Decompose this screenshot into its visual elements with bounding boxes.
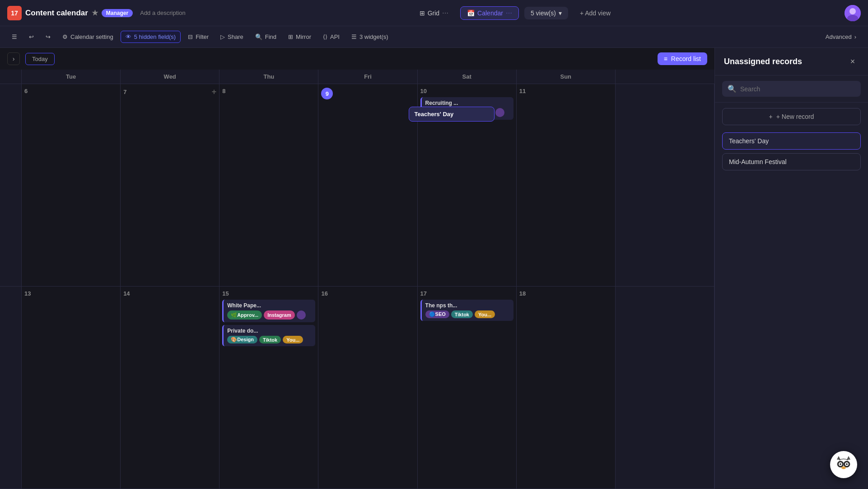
advanced-button[interactable]: Advanced › <box>821 31 861 42</box>
app-title-group: 17 Content calendar ★ Manager <box>7 6 133 20</box>
chevron-right-icon: › <box>854 33 856 40</box>
redo-icon: ↪ <box>46 33 51 40</box>
app-title: Content calendar <box>25 9 88 18</box>
day-header-fri: Fri <box>318 70 417 84</box>
sidebar-toggle-button[interactable]: ☰ <box>7 31 22 42</box>
mirror-button[interactable]: ⊞ Mirror <box>284 31 316 42</box>
grid-icon: ⊞ <box>420 9 425 17</box>
calendar-main: › Today ≡ Record list Tue Wed Thu Fri Sa… <box>0 48 714 489</box>
list-icon: ≡ <box>664 55 667 62</box>
calendar-view-button[interactable]: 📅 Calendar ⋯ <box>460 6 519 20</box>
cal-day-sun-18[interactable]: 18 <box>517 287 616 489</box>
new-record-button[interactable]: + + New record <box>722 108 861 125</box>
calendar-setting-button[interactable]: ⚙ Calendar setting <box>58 31 118 42</box>
plus-icon: + <box>769 113 773 120</box>
day-header-sun: Sun <box>517 70 616 84</box>
calendar-more-icon[interactable]: ⋯ <box>506 9 512 17</box>
star-icon[interactable]: ★ <box>92 9 98 17</box>
instagram-tag-2: Instagram <box>264 310 295 320</box>
svg-point-8 <box>840 463 841 465</box>
search-input-wrap: 🔍 <box>722 81 861 97</box>
panel-header: Unassigned records × <box>715 48 868 75</box>
day-header-sat: Sat <box>418 70 517 84</box>
grid-more-icon[interactable]: ⋯ <box>442 9 448 17</box>
week-label-1 <box>0 84 22 287</box>
seo-tag: 🔵SEO <box>425 310 449 318</box>
panel-title: Unassigned records <box>724 57 802 66</box>
cal-day-sun-11[interactable]: 11 <box>517 84 616 287</box>
calendar-container: › Today ≡ Record list Tue Wed Thu Fri Sa… <box>0 48 868 489</box>
redo-button[interactable]: ↪ <box>41 31 55 42</box>
undo-icon: ↩ <box>29 33 34 40</box>
filter-button[interactable]: ⊟ Filter <box>183 31 213 42</box>
topbar: 17 Content calendar ★ Manager Add a desc… <box>0 0 868 26</box>
youtube-tag: You... <box>283 336 303 343</box>
app-icon: 17 <box>7 6 22 20</box>
cal-day-sat-10[interactable]: 10 Recruiting ... 🚀Publish... Instagram … <box>418 84 517 287</box>
extra-tag-1 <box>495 108 504 117</box>
cal-day-fri-16[interactable]: 16 <box>318 287 417 489</box>
mirror-icon: ⊞ <box>288 33 293 40</box>
cal-day-mon-extra[interactable] <box>616 84 714 287</box>
svg-point-1 <box>849 8 856 14</box>
record-item-teachers-day[interactable]: Teachers' Day <box>722 132 861 150</box>
cal-day-mon-extra-2[interactable] <box>616 287 714 489</box>
widget-button[interactable]: ☰ 3 widget(s) <box>347 31 393 42</box>
share-icon: ▷ <box>220 33 225 40</box>
find-icon: 🔍 <box>255 33 262 40</box>
filter-icon: ⊟ <box>188 33 193 40</box>
settings-icon: ⚙ <box>62 33 68 40</box>
svg-point-9 <box>846 463 848 465</box>
add-event-wed-button[interactable]: + <box>212 88 217 96</box>
private-doc-event-card[interactable]: Private do... 🎨Design Tiktok You... <box>222 325 315 346</box>
avatar[interactable] <box>845 5 861 21</box>
search-icon: 🔍 <box>728 85 737 93</box>
cal-day-thu-15[interactable]: 15 White Pape... 🌿Approv... Instagram Pr… <box>219 287 318 489</box>
widget-icon: ☰ <box>351 33 357 40</box>
share-button[interactable]: ▷ Share <box>216 31 248 42</box>
extra-tag-2 <box>297 310 306 320</box>
views-count-button[interactable]: 5 view(s) ▾ <box>524 7 568 19</box>
record-item-mid-autumn[interactable]: Mid-Autumn Festival <box>722 153 861 170</box>
close-panel-button[interactable]: × <box>846 55 859 68</box>
youtube-tag-2: You... <box>475 310 495 318</box>
app-description[interactable]: Add a description <box>140 9 185 16</box>
cal-day-sat-17[interactable]: 17 The nps th... 🔵SEO Tiktok You... <box>418 287 517 489</box>
day-header-wed: Wed <box>121 70 219 84</box>
hidden-fields-button[interactable]: 👁 5 hidden field(s) <box>121 31 181 43</box>
panel-search-area: 🔍 <box>715 75 868 103</box>
cal-day-wed-7[interactable]: 7 + <box>121 84 219 287</box>
manager-badge: Manager <box>102 9 133 17</box>
calendar-icon: 📅 <box>467 9 475 17</box>
cal-day-thu-8[interactable]: 8 <box>219 84 318 287</box>
cal-day-wed-14[interactable]: 14 <box>121 287 219 489</box>
api-icon: ⟨⟩ <box>323 33 327 40</box>
day-headers: Tue Wed Thu Fri Sat Sun <box>0 70 714 84</box>
undo-button[interactable]: ↩ <box>24 31 38 42</box>
chevron-down-icon: ▾ <box>559 9 562 17</box>
day-header-thu: Thu <box>219 70 318 84</box>
bot-avatar[interactable] <box>830 451 857 478</box>
day-header-tue: Tue <box>22 70 121 84</box>
expand-left-button[interactable]: › <box>7 52 20 65</box>
api-button[interactable]: ⟨⟩ API <box>318 31 344 42</box>
day-header-mon <box>616 70 714 84</box>
design-tag: 🎨Design <box>227 336 257 343</box>
cal-day-tue-13[interactable]: 13 <box>22 287 121 489</box>
week-label-2 <box>0 287 22 489</box>
cal-day-fri-9[interactable]: 9 <box>318 84 417 287</box>
tiktok-tag-2: Tiktok <box>451 310 473 318</box>
add-view-button[interactable]: + Add view <box>574 7 617 19</box>
calendar-grid: 6 7 + 8 9 <box>0 84 714 489</box>
cal-day-tue-6[interactable]: 6 <box>22 84 121 287</box>
nps-event-card[interactable]: The nps th... 🔵SEO Tiktok You... <box>420 300 513 321</box>
record-list-button[interactable]: ≡ Record list <box>658 52 707 65</box>
grid-view-button[interactable]: ⊞ Grid ⋯ <box>413 7 455 19</box>
today-button[interactable]: Today <box>25 53 55 65</box>
white-paper-event-card[interactable]: White Pape... 🌿Approv... Instagram <box>222 300 315 322</box>
search-input[interactable] <box>740 85 855 93</box>
approve-tag: 🌿Approv... <box>227 310 262 320</box>
teachers-day-floating-card[interactable]: Teachers' Day <box>409 107 495 122</box>
find-button[interactable]: 🔍 Find <box>251 31 281 42</box>
eye-icon: 👁 <box>126 33 131 40</box>
